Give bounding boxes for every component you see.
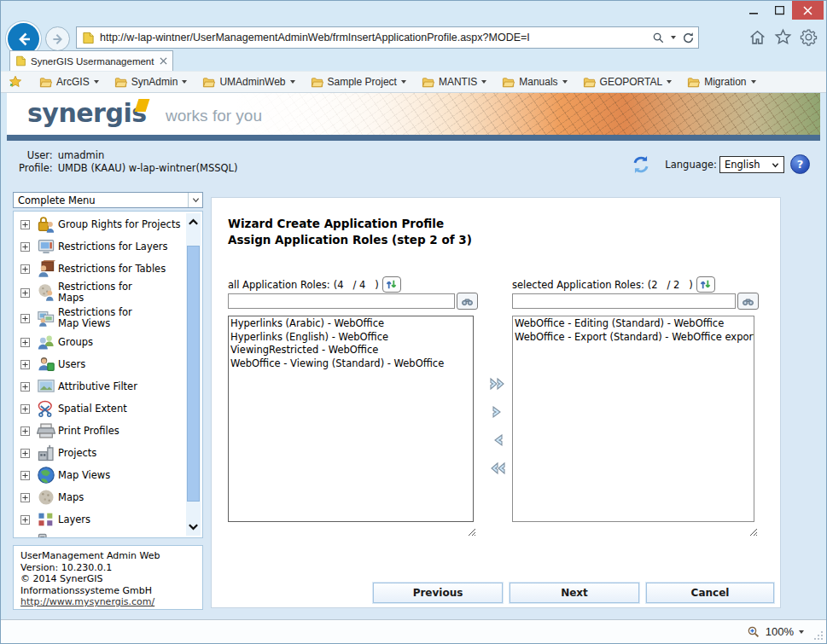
url-text[interactable]: http://w-lap-wintner/UserManagementAdmin… [100,32,647,44]
expand-plus-icon[interactable] [20,338,30,347]
tree-item-restrictions-for[interactable]: Restrictions for Maps [20,281,185,304]
menu-mode-select[interactable]: Complete Menu [13,192,203,208]
tree-item-spatial-extent[interactable]: Spatial Extent [20,399,185,418]
tree-item-label: Group Rights for Projects [58,219,180,230]
refresh-icon[interactable] [682,32,695,44]
move-all-right-button[interactable] [486,373,509,395]
copyright-line2: Informationssysteme GmbH [20,585,195,597]
selected-roles-sort-button[interactable] [696,276,715,293]
address-bar[interactable]: http://w-lap-wintner/UserManagementAdmin… [76,26,699,49]
move-left-button[interactable] [486,429,509,451]
move-right-button[interactable] [486,401,509,423]
synergis-logo: synergis [27,98,147,128]
zoom-caret-icon[interactable] [799,630,804,634]
role-option[interactable]: Hyperlinks (Arabic) - WebOffice [229,317,473,331]
expand-plus-icon[interactable] [20,537,30,539]
tree-item-maps[interactable]: Maps [20,488,185,507]
tree-item-restrictions-for-layers[interactable]: Restrictions for Layers [20,237,185,256]
tab-synergis-usermanagement[interactable]: SynerGIS Usermanagement ... [9,50,173,71]
all-roles-filter-row [228,293,478,310]
favorites-folder-migration[interactable]: Migration [679,72,763,92]
sort-arrows-icon [385,278,398,291]
add-favorite-star-icon[interactable] [8,74,23,90]
favorites-folder-synadmin[interactable]: SynAdmin [107,72,195,92]
tree-item-restrictions-for[interactable]: Restrictions for Map Views [20,307,185,329]
next-button[interactable]: Next [510,583,639,603]
tab-strip: SynerGIS Usermanagement ... [1,50,826,71]
favorites-star-icon[interactable] [774,28,792,46]
expand-plus-icon[interactable] [20,242,30,252]
forward-button[interactable] [45,26,70,51]
expand-plus-icon[interactable] [20,404,30,414]
all-roles-sort-button[interactable] [382,276,401,293]
help-label: ? [797,158,804,171]
expand-plus-icon[interactable] [20,471,30,480]
home-icon[interactable] [748,28,766,46]
favorites-folder-umadminweb[interactable]: UMAdminWeb [195,72,302,92]
cancel-button[interactable]: Cancel [646,583,774,603]
help-button[interactable]: ? [790,154,810,174]
tree-item-projects[interactable]: Projects [20,444,185,462]
table-user-icon [37,259,55,278]
tree-item-attributive-filter[interactable]: Attributive Filter [20,377,185,396]
tree-item-layers[interactable]: Layers [20,510,185,529]
browser-window: http://w-lap-wintner/UserManagementAdmin… [0,0,827,644]
tree-scrollbar-thumb[interactable] [187,246,200,502]
tree-scrollbar[interactable] [186,213,201,536]
move-all-left-button[interactable] [486,457,509,479]
favorites-folder-sample-project[interactable]: Sample Project [303,72,414,92]
expand-plus-icon[interactable] [20,314,30,323]
selected-roles-filter-input[interactable] [512,293,736,309]
expand-plus-icon[interactable] [20,264,30,274]
role-option[interactable]: WebOffice - Export (Standard) - WebOffic… [513,331,754,345]
minimize-button[interactable] [741,1,766,20]
tree-item-users[interactable]: Users [20,355,185,374]
favorites-folder-label: ArcGIS [56,76,90,88]
favorites-folder-label: UMAdminWeb [219,76,285,88]
search-icon[interactable] [652,32,665,44]
expand-plus-icon[interactable] [20,220,30,229]
role-option[interactable]: WebOffice - Editing (Standard) - WebOffi… [513,317,754,331]
search-dropdown-caret-icon[interactable] [671,36,676,39]
zoom-control[interactable]: 100% [747,625,804,639]
all-roles-listbox[interactable]: Hyperlinks (Arabic) - WebOfficeHyperlink… [228,316,474,522]
favorites-folder-geoportal[interactable]: GEOPORTAL [575,72,680,92]
role-option[interactable]: WebOffice - Viewing (Standard) - WebOffi… [229,357,473,371]
close-button[interactable] [792,1,824,20]
window-resize-grip[interactable] [813,630,824,641]
tree-item-data-sources[interactable]: Data Sources [20,532,185,538]
selected-roles-listbox[interactable]: WebOffice - Editing (Standard) - WebOffi… [512,316,754,522]
all-roles-find-button[interactable] [457,293,478,310]
selected-roles-resize-grip[interactable] [748,527,757,536]
expand-plus-icon[interactable] [20,382,30,392]
tree-item-map-views[interactable]: Map Views [20,466,185,484]
tree-item-restrictions-for-tables[interactable]: Restrictions for Tables [20,259,185,278]
expand-plus-icon[interactable] [20,493,30,502]
scroll-up-icon[interactable] [186,215,201,229]
expand-plus-icon[interactable] [20,288,30,298]
maximize-button[interactable] [766,1,792,20]
role-option[interactable]: ViewingRestricted - WebOffice [229,344,473,357]
favorites-folder-mantis[interactable]: MANTIS [414,72,494,92]
reload-icon[interactable] [631,154,651,175]
synergis-link[interactable]: http://www.mysynergis.com/ [20,596,154,607]
all-roles-filter-input[interactable] [228,293,455,309]
language-select[interactable]: English [719,156,784,173]
expand-plus-icon[interactable] [20,449,30,458]
settings-gear-icon[interactable] [800,28,818,46]
tree-item-print-profiles[interactable]: Print Profiles [20,421,185,440]
all-roles-resize-grip[interactable] [467,527,475,536]
tree-item-groups[interactable]: Groups [20,333,185,351]
role-option[interactable]: Hyperlinks (English) - WebOffice [229,331,473,345]
tab-close-icon[interactable] [160,57,167,65]
expand-plus-icon[interactable] [20,515,30,525]
expand-plus-icon[interactable] [20,360,30,369]
favorites-folder-arcgis[interactable]: ArcGIS [32,72,107,92]
groups-icon [37,333,55,351]
expand-plus-icon[interactable] [20,426,30,436]
favorites-folder-manuals[interactable]: Manuals [494,72,574,92]
tree-item-group-rights-for-projects[interactable]: Group Rights for Projects [20,215,185,234]
previous-button[interactable]: Previous [373,583,503,603]
scroll-down-icon[interactable] [186,520,201,534]
selected-roles-find-button[interactable] [737,293,759,310]
